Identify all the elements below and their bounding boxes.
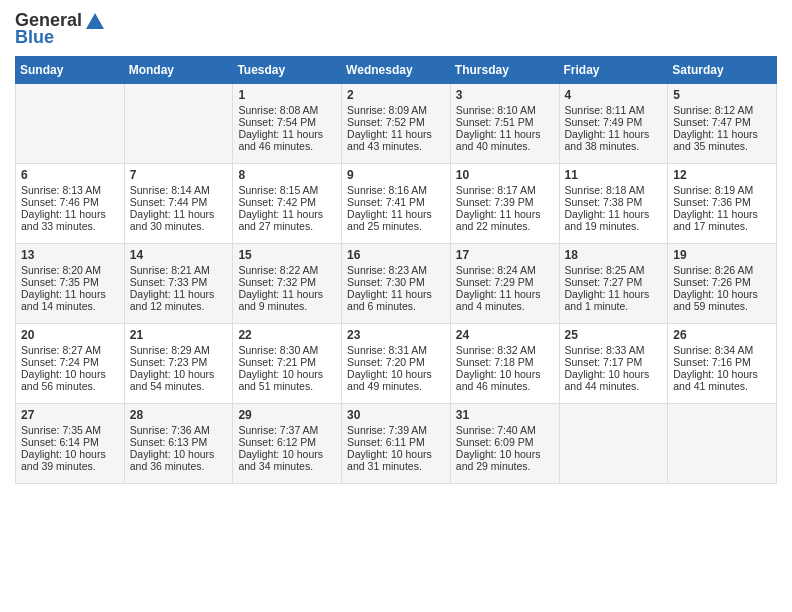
calendar-day-5: 5Sunrise: 8:12 AMSunset: 7:47 PMDaylight… — [668, 84, 777, 164]
sunset-text: Sunset: 6:13 PM — [130, 436, 228, 448]
day-number: 31 — [456, 408, 554, 422]
sunrise-text: Sunrise: 8:30 AM — [238, 344, 336, 356]
calendar-day-21: 21Sunrise: 8:29 AMSunset: 7:23 PMDayligh… — [124, 324, 233, 404]
svg-marker-0 — [86, 13, 104, 29]
sunrise-text: Sunrise: 8:23 AM — [347, 264, 445, 276]
sunrise-text: Sunrise: 7:39 AM — [347, 424, 445, 436]
sunset-text: Sunset: 7:17 PM — [565, 356, 663, 368]
calendar-empty-cell — [124, 84, 233, 164]
daylight-text: Daylight: 10 hours and 44 minutes. — [565, 368, 663, 392]
calendar-week-row: 6Sunrise: 8:13 AMSunset: 7:46 PMDaylight… — [16, 164, 777, 244]
day-number: 20 — [21, 328, 119, 342]
sunrise-text: Sunrise: 8:14 AM — [130, 184, 228, 196]
day-number: 24 — [456, 328, 554, 342]
calendar-day-25: 25Sunrise: 8:33 AMSunset: 7:17 PMDayligh… — [559, 324, 668, 404]
sunset-text: Sunset: 7:29 PM — [456, 276, 554, 288]
sunset-text: Sunset: 7:26 PM — [673, 276, 771, 288]
sunset-text: Sunset: 6:12 PM — [238, 436, 336, 448]
sunset-text: Sunset: 7:27 PM — [565, 276, 663, 288]
sunset-text: Sunset: 7:30 PM — [347, 276, 445, 288]
daylight-text: Daylight: 11 hours and 6 minutes. — [347, 288, 445, 312]
daylight-text: Daylight: 11 hours and 35 minutes. — [673, 128, 771, 152]
sunset-text: Sunset: 7:36 PM — [673, 196, 771, 208]
calendar-day-2: 2Sunrise: 8:09 AMSunset: 7:52 PMDaylight… — [342, 84, 451, 164]
calendar-day-17: 17Sunrise: 8:24 AMSunset: 7:29 PMDayligh… — [450, 244, 559, 324]
sunset-text: Sunset: 7:44 PM — [130, 196, 228, 208]
sunrise-text: Sunrise: 7:40 AM — [456, 424, 554, 436]
calendar-week-row: 1Sunrise: 8:08 AMSunset: 7:54 PMDaylight… — [16, 84, 777, 164]
calendar-empty-cell — [668, 404, 777, 484]
calendar-day-10: 10Sunrise: 8:17 AMSunset: 7:39 PMDayligh… — [450, 164, 559, 244]
calendar-day-8: 8Sunrise: 8:15 AMSunset: 7:42 PMDaylight… — [233, 164, 342, 244]
daylight-text: Daylight: 10 hours and 41 minutes. — [673, 368, 771, 392]
calendar-day-12: 12Sunrise: 8:19 AMSunset: 7:36 PMDayligh… — [668, 164, 777, 244]
day-number: 26 — [673, 328, 771, 342]
weekday-header-wednesday: Wednesday — [342, 57, 451, 84]
daylight-text: Daylight: 11 hours and 22 minutes. — [456, 208, 554, 232]
sunset-text: Sunset: 6:14 PM — [21, 436, 119, 448]
day-number: 19 — [673, 248, 771, 262]
calendar-day-15: 15Sunrise: 8:22 AMSunset: 7:32 PMDayligh… — [233, 244, 342, 324]
daylight-text: Daylight: 10 hours and 34 minutes. — [238, 448, 336, 472]
calendar-day-24: 24Sunrise: 8:32 AMSunset: 7:18 PMDayligh… — [450, 324, 559, 404]
daylight-text: Daylight: 11 hours and 30 minutes. — [130, 208, 228, 232]
logo-icon — [84, 11, 106, 31]
daylight-text: Daylight: 10 hours and 46 minutes. — [456, 368, 554, 392]
calendar-day-29: 29Sunrise: 7:37 AMSunset: 6:12 PMDayligh… — [233, 404, 342, 484]
daylight-text: Daylight: 11 hours and 4 minutes. — [456, 288, 554, 312]
sunrise-text: Sunrise: 8:16 AM — [347, 184, 445, 196]
daylight-text: Daylight: 11 hours and 25 minutes. — [347, 208, 445, 232]
sunset-text: Sunset: 7:41 PM — [347, 196, 445, 208]
sunset-text: Sunset: 7:39 PM — [456, 196, 554, 208]
sunset-text: Sunset: 7:51 PM — [456, 116, 554, 128]
calendar-day-28: 28Sunrise: 7:36 AMSunset: 6:13 PMDayligh… — [124, 404, 233, 484]
sunset-text: Sunset: 6:09 PM — [456, 436, 554, 448]
day-number: 12 — [673, 168, 771, 182]
day-number: 4 — [565, 88, 663, 102]
day-number: 13 — [21, 248, 119, 262]
calendar-day-4: 4Sunrise: 8:11 AMSunset: 7:49 PMDaylight… — [559, 84, 668, 164]
sunset-text: Sunset: 7:23 PM — [130, 356, 228, 368]
sunset-text: Sunset: 6:11 PM — [347, 436, 445, 448]
sunrise-text: Sunrise: 8:24 AM — [456, 264, 554, 276]
sunset-text: Sunset: 7:47 PM — [673, 116, 771, 128]
calendar-day-27: 27Sunrise: 7:35 AMSunset: 6:14 PMDayligh… — [16, 404, 125, 484]
daylight-text: Daylight: 11 hours and 19 minutes. — [565, 208, 663, 232]
day-number: 15 — [238, 248, 336, 262]
sunset-text: Sunset: 7:16 PM — [673, 356, 771, 368]
day-number: 14 — [130, 248, 228, 262]
sunrise-text: Sunrise: 8:09 AM — [347, 104, 445, 116]
calendar-week-row: 13Sunrise: 8:20 AMSunset: 7:35 PMDayligh… — [16, 244, 777, 324]
calendar-week-row: 20Sunrise: 8:27 AMSunset: 7:24 PMDayligh… — [16, 324, 777, 404]
day-number: 28 — [130, 408, 228, 422]
sunset-text: Sunset: 7:20 PM — [347, 356, 445, 368]
sunset-text: Sunset: 7:46 PM — [21, 196, 119, 208]
daylight-text: Daylight: 11 hours and 1 minute. — [565, 288, 663, 312]
sunrise-text: Sunrise: 8:11 AM — [565, 104, 663, 116]
day-number: 21 — [130, 328, 228, 342]
day-number: 3 — [456, 88, 554, 102]
calendar-day-1: 1Sunrise: 8:08 AMSunset: 7:54 PMDaylight… — [233, 84, 342, 164]
daylight-text: Daylight: 10 hours and 29 minutes. — [456, 448, 554, 472]
daylight-text: Daylight: 11 hours and 12 minutes. — [130, 288, 228, 312]
day-number: 6 — [21, 168, 119, 182]
calendar-week-row: 27Sunrise: 7:35 AMSunset: 6:14 PMDayligh… — [16, 404, 777, 484]
sunset-text: Sunset: 7:18 PM — [456, 356, 554, 368]
calendar-day-11: 11Sunrise: 8:18 AMSunset: 7:38 PMDayligh… — [559, 164, 668, 244]
day-number: 7 — [130, 168, 228, 182]
daylight-text: Daylight: 11 hours and 9 minutes. — [238, 288, 336, 312]
daylight-text: Daylight: 11 hours and 33 minutes. — [21, 208, 119, 232]
sunrise-text: Sunrise: 8:34 AM — [673, 344, 771, 356]
day-number: 8 — [238, 168, 336, 182]
calendar-day-16: 16Sunrise: 8:23 AMSunset: 7:30 PMDayligh… — [342, 244, 451, 324]
sunrise-text: Sunrise: 8:25 AM — [565, 264, 663, 276]
day-number: 22 — [238, 328, 336, 342]
day-number: 2 — [347, 88, 445, 102]
day-number: 9 — [347, 168, 445, 182]
calendar-day-18: 18Sunrise: 8:25 AMSunset: 7:27 PMDayligh… — [559, 244, 668, 324]
sunrise-text: Sunrise: 8:12 AM — [673, 104, 771, 116]
sunset-text: Sunset: 7:33 PM — [130, 276, 228, 288]
calendar-day-9: 9Sunrise: 8:16 AMSunset: 7:41 PMDaylight… — [342, 164, 451, 244]
day-number: 10 — [456, 168, 554, 182]
sunset-text: Sunset: 7:35 PM — [21, 276, 119, 288]
